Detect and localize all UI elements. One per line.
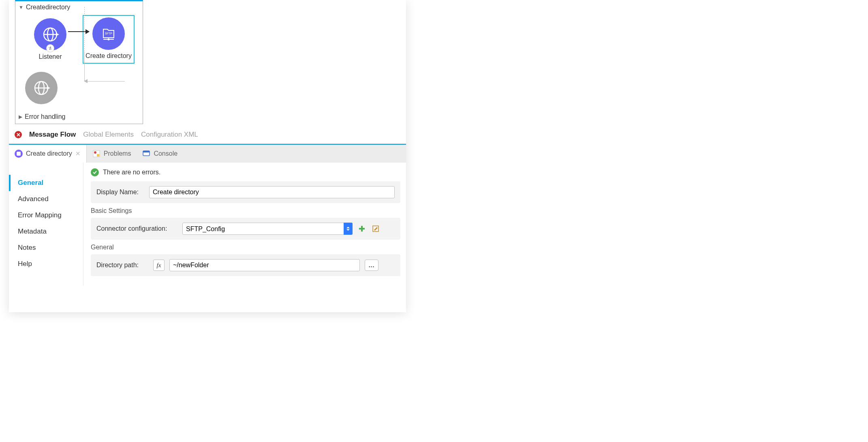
flow-title: Createdirectory (26, 4, 70, 11)
sftp-directory-icon: SFTP (92, 17, 125, 50)
problems-icon (92, 150, 100, 158)
fx-button[interactable]: fx (153, 260, 165, 271)
connector-tab-icon (15, 150, 23, 158)
directory-path-label: Directory path: (96, 262, 148, 269)
basic-settings-title: Basic Settings (91, 207, 400, 215)
add-config-button[interactable] (357, 224, 366, 233)
display-name-input[interactable] (149, 186, 395, 198)
globe-response-icon (25, 72, 58, 104)
svg-marker-10 (47, 86, 50, 90)
tab-problems[interactable]: Problems (87, 145, 137, 163)
sidebar-item-error-mapping[interactable]: Error Mapping (9, 207, 83, 223)
sidebar-item-advanced[interactable]: Advanced (9, 191, 83, 207)
return-connector (84, 51, 125, 82)
sidebar-item-metadata[interactable]: Metadata (9, 223, 83, 240)
sidebar-item-notes[interactable]: Notes (9, 240, 83, 256)
tab-console-label: Console (154, 150, 177, 157)
tab-create-directory[interactable]: Create directory ✕ (9, 145, 87, 163)
tab-create-directory-label: Create directory (26, 150, 72, 157)
console-icon (142, 150, 150, 158)
collapse-icon[interactable]: ▼ (19, 4, 24, 10)
flow-header[interactable]: ▼ Createdirectory (15, 1, 143, 13)
edit-config-button[interactable] (371, 224, 380, 233)
svg-rect-15 (143, 151, 150, 152)
tab-message-flow[interactable]: Message Flow (29, 131, 76, 139)
browse-button[interactable]: ... (365, 260, 378, 271)
tab-configuration-xml[interactable]: Configuration XML (141, 131, 198, 139)
svg-marker-3 (56, 33, 59, 36)
tab-console[interactable]: Console (137, 145, 183, 163)
flow-container[interactable]: ▼ Createdirectory (15, 0, 143, 124)
listener-node[interactable]: Listener (24, 18, 76, 60)
check-icon (91, 168, 99, 176)
tab-global-elements[interactable]: Global Elements (83, 131, 134, 139)
svg-rect-13 (97, 154, 99, 157)
sidebar-item-help[interactable]: Help (9, 256, 83, 272)
general-section-title: General (91, 244, 400, 251)
listener-label: Listener (39, 53, 62, 60)
response-node[interactable] (25, 72, 58, 104)
connector-config-select[interactable]: SFTP_Config (182, 223, 353, 235)
svg-rect-17 (359, 228, 365, 230)
svg-point-12 (94, 151, 96, 154)
svg-point-6 (108, 39, 110, 41)
expand-icon[interactable]: ▶ (19, 114, 22, 120)
properties-tab-bar: Create directory ✕ Problems Console (9, 144, 406, 163)
properties-sidebar: General Advanced Error Mapping Metadata … (9, 163, 83, 286)
sidebar-item-general[interactable]: General (9, 175, 83, 191)
flow-canvas[interactable]: ▼ Createdirectory (9, 0, 406, 144)
select-caret-icon[interactable] (344, 223, 353, 235)
directory-path-input[interactable] (169, 259, 360, 271)
display-name-label: Display Name: (96, 189, 144, 196)
tab-problems-label: Problems (104, 150, 131, 157)
error-handling-section[interactable]: ▶ Error handling (15, 110, 143, 124)
connector-arrow (68, 31, 89, 32)
error-indicator-icon[interactable]: ✕ (15, 131, 22, 138)
validation-status: There are no errors. (103, 169, 160, 176)
error-handling-label: Error handling (25, 113, 66, 120)
close-icon[interactable]: ✕ (75, 150, 81, 157)
connector-config-label: Connector configuration: (96, 225, 177, 232)
listener-icon (34, 18, 66, 51)
svg-text:SFTP: SFTP (105, 32, 112, 35)
swap-badge-icon (46, 44, 54, 52)
